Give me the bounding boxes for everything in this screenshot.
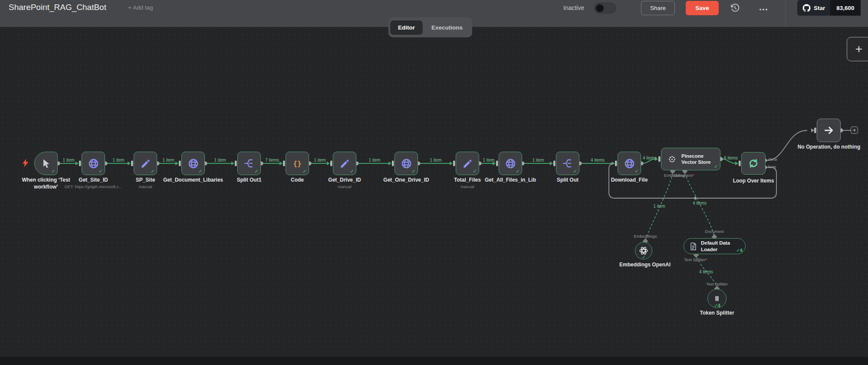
node-sublabel: manual <box>460 184 474 189</box>
add-connection-button[interactable]: + <box>851 126 858 134</box>
node-lop[interactable] <box>741 152 766 175</box>
loop-output-label: loop <box>768 164 776 169</box>
node-title: Pinecone Vector Store <box>681 153 718 166</box>
port-label-text: Text Splitter <box>706 282 728 286</box>
workflow-canvas[interactable]: + + ✓When clicking ‘Test workflow’✓Get_S… <box>0 0 868 365</box>
trigger-bolt-icon <box>21 157 30 169</box>
globe-icon <box>187 158 199 169</box>
success-check: ✓ <box>254 168 258 174</box>
workflow-title[interactable]: SharePoint_RAG_ChatBot <box>9 3 106 12</box>
port-label-dl_document: Document <box>705 229 723 234</box>
view-tabs: Editor Executions <box>388 17 472 37</box>
history-icon[interactable] <box>730 3 740 15</box>
node-cod[interactable]: {}✓ <box>286 152 309 175</box>
connection-label: 6 items <box>724 156 738 160</box>
connection-label: 1 item <box>430 158 441 163</box>
node-sublabel: manual <box>338 184 351 189</box>
node-spo[interactable]: ✓ <box>556 152 579 175</box>
node-god[interactable]: ✓ <box>395 152 418 175</box>
share-button[interactable]: Share <box>641 1 675 15</box>
toggle-knob <box>596 4 604 12</box>
success-check: ✓ <box>302 168 306 174</box>
pencil-icon <box>140 158 151 169</box>
node-gsi[interactable]: ✓ <box>82 152 105 175</box>
node-tok[interactable]: ✓4 <box>707 289 727 308</box>
connection-label: 1 item <box>483 158 494 163</box>
node-title: Default Data Loader <box>701 240 737 252</box>
connection-label: 1 item <box>162 158 174 163</box>
port-label-text: Embeddings <box>634 234 657 239</box>
success-check: ✓4 <box>736 247 742 253</box>
add-node-button[interactable]: + <box>847 37 868 61</box>
required-star: * <box>692 173 694 178</box>
loop-output-label: done <box>768 157 777 162</box>
node-so1[interactable]: ✓ <box>237 152 261 175</box>
port-label-text: Document <box>674 173 692 178</box>
github-star-badge[interactable]: Star 83,600 <box>797 0 861 16</box>
success-check: ✓ <box>642 254 646 260</box>
success-check: ✓ <box>714 163 718 169</box>
document-icon <box>690 242 697 251</box>
node-trg[interactable]: ✓ <box>34 152 58 175</box>
required-star: * <box>706 257 707 262</box>
active-toggle[interactable] <box>594 3 616 13</box>
connection-label: 1 item <box>214 158 226 163</box>
success-check: ✓ <box>473 168 477 174</box>
success-check: ✓ <box>350 168 354 174</box>
port-label-pc_document: Document* <box>674 173 694 178</box>
success-check: ✓ <box>99 168 102 174</box>
success-check: ✓4 <box>714 302 720 309</box>
more-options-button[interactable] <box>759 6 768 13</box>
star-label: Star <box>814 5 825 11</box>
code-icon: {} <box>290 159 304 168</box>
success-check: ✓ <box>573 168 577 174</box>
svg-text:{}: {} <box>293 159 301 168</box>
globe-icon <box>88 158 99 169</box>
add-tag-button[interactable]: + Add tag <box>128 4 153 11</box>
star-count: 83,600 <box>830 0 860 16</box>
canvas-bottom-shade <box>0 357 868 365</box>
pinecone-icon <box>667 154 677 164</box>
node-label: Embeddings OpenAI <box>606 262 684 269</box>
save-button[interactable]: Save <box>686 1 719 15</box>
node-emb[interactable]: ✓ <box>635 242 652 259</box>
success-check: ✓ <box>411 168 415 174</box>
node-gdl[interactable]: ✓ <box>181 152 205 175</box>
connection-label: 1 item <box>532 158 544 163</box>
node-gdi[interactable]: ✓ <box>333 152 356 175</box>
globe-icon <box>505 158 516 169</box>
active-state-label: Inactive <box>563 4 584 11</box>
success-check: ✓ <box>151 168 155 174</box>
tab-executions[interactable]: Executions <box>424 20 470 35</box>
cursor-icon <box>40 158 52 169</box>
connection-label: 4 items <box>591 158 605 163</box>
port-label-emb_in: Embeddings <box>634 234 657 239</box>
tab-editor[interactable]: Editor <box>390 20 423 35</box>
connection-label: 1 item <box>112 158 124 163</box>
success-check: ✓ <box>198 168 202 174</box>
connection-label: 4 items <box>643 156 657 160</box>
connection-label: 1 item <box>314 158 326 163</box>
node-pin[interactable]: Pinecone Vector Store✓ <box>661 148 720 170</box>
node-gaf[interactable]: ✓ <box>499 152 522 175</box>
port-label-text: Text Splitter <box>684 257 706 262</box>
node-sps[interactable]: ✓ <box>134 152 157 175</box>
pencil-icon <box>339 158 350 169</box>
pencil-icon <box>462 158 473 169</box>
github-icon <box>802 4 811 12</box>
port-label-dl_textsplitter: Text Splitter* <box>684 257 707 262</box>
node-nop[interactable] <box>817 119 841 142</box>
node-dwf[interactable]: ✓ <box>618 152 641 175</box>
node-tfl[interactable]: ✓ <box>456 152 479 175</box>
node-label: Download_File <box>591 177 668 184</box>
split-icon <box>562 158 573 169</box>
node-label: Loop Over Items <box>715 178 792 185</box>
pause-bars-icon <box>713 294 721 303</box>
globe-icon <box>624 158 635 169</box>
connection-label: 7 items <box>265 158 279 163</box>
success-check: ✓ <box>635 168 638 174</box>
node-label: No Operation, do nothing <box>790 144 868 151</box>
success-check: ✓ <box>516 168 519 174</box>
n8n-workflow-editor: + + ✓When clicking ‘Test workflow’✓Get_S… <box>0 0 868 365</box>
node-ddl[interactable]: Default Data Loader✓4 <box>684 238 746 254</box>
